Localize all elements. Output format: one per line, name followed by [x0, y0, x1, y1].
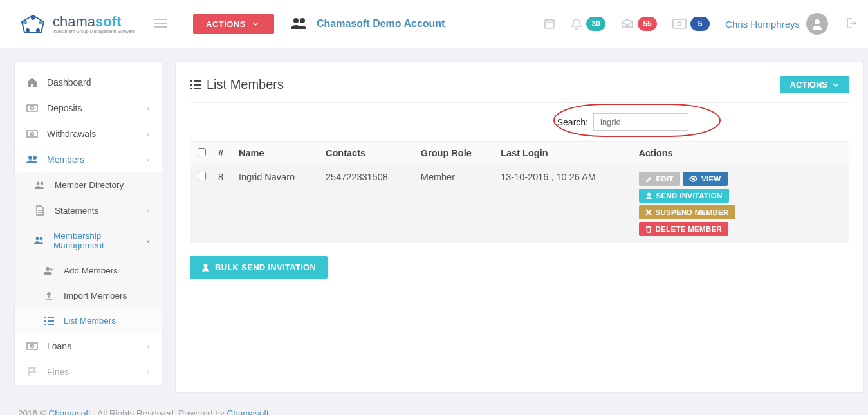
pencil-icon [645, 176, 652, 183]
sidebar-item-label: Loans [47, 341, 71, 351]
view-button-label: VIEW [701, 175, 721, 183]
bell-icon [571, 18, 582, 30]
svg-point-12 [31, 107, 34, 110]
app-header: chamasoft Investment Group Management So… [0, 0, 868, 48]
suspend-member-button[interactable]: SUSPEND MEMBER [639, 205, 735, 219]
page-actions-button[interactable]: ACTIONS [780, 76, 850, 93]
svg-point-17 [37, 181, 40, 185]
sidebar-item-label: Deposits [47, 103, 82, 113]
eye-icon [689, 176, 697, 182]
group-icon [34, 181, 46, 189]
page-title-label: List Members [207, 77, 284, 92]
sidebar-item-label: Dashboard [47, 77, 91, 88]
username-label: Chris Humphreys [725, 19, 800, 30]
members-table: # Name Contacts Group Role Last Login Ac… [190, 141, 849, 243]
footer-link-1[interactable]: Chamasoft [48, 409, 90, 415]
row-actions-cell: EDIT VIEW SEND INVITATION [634, 165, 849, 243]
row-select-cell [190, 165, 213, 243]
inbox-icon [621, 18, 634, 30]
avatar [806, 13, 828, 35]
footer-link-2[interactable]: Chamasoft [226, 409, 268, 415]
chevron-left-icon: ‹ [147, 236, 151, 246]
col-lastlogin: Last Login [495, 142, 633, 165]
inbox-button[interactable]: 55 [614, 10, 663, 37]
svg-point-5 [293, 18, 299, 23]
footer-year: 2016 © [18, 409, 48, 415]
col-name: Name [234, 142, 320, 165]
bulk-send-invitation-button[interactable]: BULK SEND INVITATION [190, 256, 328, 279]
sidebar-item-add-members[interactable]: Add Members [15, 258, 162, 283]
svg-point-18 [41, 181, 44, 185]
list-icon [190, 80, 201, 89]
select-all-checkbox[interactable] [198, 148, 206, 156]
brand-name-b: soft [95, 14, 121, 30]
list-icon [43, 317, 55, 325]
select-all-col [190, 142, 213, 165]
edit-button[interactable]: EDIT [639, 172, 680, 186]
calendar-button[interactable] [537, 12, 562, 36]
user-menu[interactable]: Chris Humphreys [719, 6, 835, 41]
group-icon [26, 155, 38, 164]
content-card: List Members ACTIONS Search: # Name Cont… [175, 61, 864, 393]
chevron-left-icon: ‹ [147, 103, 150, 113]
chevron-left-icon: ‹ [147, 341, 150, 351]
sidebar-item-label: Withdrawals [47, 129, 96, 139]
header-actions-label: ACTIONS [206, 19, 246, 29]
notifications-button[interactable]: 30 [564, 10, 612, 37]
sidebar: Dashboard Deposits ‹ Withdrawals ‹ Membe… [14, 61, 162, 385]
sidebar-item-loans[interactable]: Loans ‹ [15, 333, 162, 359]
account-switcher[interactable]: Chamasoft Demo Account [291, 17, 445, 30]
send-invitation-button[interactable]: SEND INVITATION [639, 189, 729, 203]
sidebar-item-label: Statements [55, 206, 98, 216]
search-label: Search: [557, 117, 588, 127]
svg-rect-22 [27, 343, 37, 349]
sidebar-item-member-directory[interactable]: Member Directory [15, 172, 162, 198]
search-input[interactable] [593, 113, 688, 131]
svg-rect-8 [673, 19, 686, 28]
chevron-left-icon: ‹ [147, 206, 151, 216]
sidebar-item-members[interactable]: Members ‹ [15, 147, 162, 172]
col-num: # [213, 142, 234, 165]
inbox-count-badge: 55 [638, 17, 657, 31]
sidebar-item-import-members[interactable]: Import Members [15, 283, 162, 308]
svg-rect-11 [27, 105, 37, 111]
sidebar-item-membership-management[interactable]: Membership Management ‹ [15, 223, 162, 258]
group-icon [291, 17, 308, 30]
row-checkbox[interactable] [198, 172, 206, 180]
delete-member-button[interactable]: DELETE MEMBER [639, 222, 729, 236]
svg-point-21 [46, 267, 50, 271]
sidebar-item-label: Members [47, 154, 84, 165]
svg-point-14 [31, 133, 34, 136]
brand-mark-icon [18, 13, 48, 35]
brand-logo[interactable]: chamasoft Investment Group Management So… [18, 13, 135, 35]
x-icon [645, 209, 652, 216]
sidebar-item-dashboard[interactable]: Dashboard [15, 69, 162, 95]
row-name: Ingrid Navaro [234, 165, 320, 243]
logout-button[interactable] [837, 10, 864, 39]
table-header-row: # Name Contacts Group Role Last Login Ac… [190, 142, 849, 165]
row-num: 8 [213, 165, 234, 243]
suspend-member-label: SUSPEND MEMBER [656, 208, 729, 216]
svg-point-25 [647, 192, 650, 196]
chevron-left-icon: ‹ [147, 367, 150, 377]
page-title: List Members [190, 77, 284, 92]
account-name: Chamasoft Demo Account [317, 18, 445, 30]
header-actions-button[interactable]: ACTIONS [193, 14, 274, 34]
sidebar-item-statements[interactable]: Statements ‹ [15, 198, 162, 223]
sidebar-item-label: Member Directory [55, 180, 124, 190]
view-button[interactable]: VIEW [683, 172, 728, 186]
sidebar-item-label: Import Members [64, 291, 127, 300]
bulk-send-label: BULK SEND INVITATION [215, 263, 316, 272]
sidebar-item-fines[interactable]: Fines ‹ [15, 359, 162, 385]
sidebar-toggle-button[interactable] [154, 19, 167, 30]
page-footer: 2016 © Chamasoft . All Rights Reserved. … [0, 393, 868, 415]
sidebar-item-deposits[interactable]: Deposits ‹ [15, 95, 162, 121]
col-role: Group Role [416, 142, 495, 165]
chevron-down-icon [833, 83, 839, 87]
wallet-button[interactable]: 5 [666, 10, 716, 37]
sidebar-item-withdrawals[interactable]: Withdrawals ‹ [15, 121, 162, 147]
trash-icon [645, 226, 652, 233]
sidebar-item-list-members[interactable]: List Members [15, 308, 162, 333]
home-icon [26, 77, 38, 88]
user-icon [645, 192, 652, 199]
